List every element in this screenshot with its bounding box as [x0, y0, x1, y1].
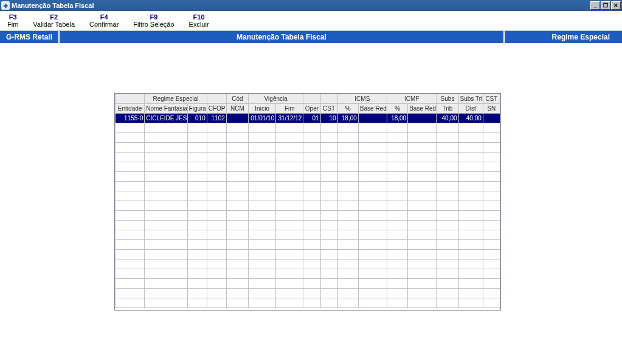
cell[interactable]: [226, 298, 248, 308]
table-row[interactable]: [116, 123, 500, 133]
cell[interactable]: [387, 153, 408, 162]
cell[interactable]: [358, 279, 387, 289]
cell[interactable]: [145, 230, 187, 240]
cell[interactable]: [483, 250, 500, 259]
cell[interactable]: 01/01/10: [249, 114, 276, 123]
cell[interactable]: [358, 221, 387, 230]
toolbar-button-f10[interactable]: F10Excluir: [182, 12, 216, 29]
cell[interactable]: [408, 221, 437, 230]
minimize-button[interactable]: _: [590, 1, 600, 10]
cell[interactable]: [358, 250, 387, 259]
cell[interactable]: [483, 143, 500, 153]
cell[interactable]: [437, 191, 458, 201]
cell[interactable]: [116, 259, 145, 269]
cell[interactable]: [116, 289, 145, 298]
cell[interactable]: [145, 201, 187, 211]
cell[interactable]: [187, 201, 207, 211]
column-header[interactable]: CST: [320, 104, 337, 114]
cell[interactable]: [387, 279, 408, 289]
cell[interactable]: [145, 259, 187, 269]
cell[interactable]: [276, 279, 303, 289]
cell[interactable]: 18,00: [387, 114, 408, 123]
cell[interactable]: [207, 211, 226, 221]
cell[interactable]: [249, 133, 276, 143]
cell[interactable]: [207, 143, 226, 153]
cell[interactable]: [187, 133, 207, 143]
cell[interactable]: [320, 201, 337, 211]
cell[interactable]: [276, 201, 303, 211]
cell[interactable]: [437, 201, 458, 211]
cell[interactable]: [358, 201, 387, 211]
cell[interactable]: [207, 269, 226, 279]
cell[interactable]: [207, 221, 226, 230]
cell[interactable]: [207, 162, 226, 172]
cell[interactable]: [207, 259, 226, 269]
table-row[interactable]: [116, 201, 500, 211]
cell[interactable]: [303, 133, 320, 143]
cell[interactable]: [483, 211, 500, 221]
cell[interactable]: [145, 143, 187, 153]
cell[interactable]: [483, 201, 500, 211]
cell[interactable]: [358, 182, 387, 191]
cell[interactable]: [226, 172, 248, 182]
cell[interactable]: [408, 162, 437, 172]
cell[interactable]: [437, 133, 458, 143]
column-header[interactable]: Base Red: [408, 104, 437, 114]
table-row[interactable]: [116, 298, 500, 308]
cell[interactable]: [320, 133, 337, 143]
cell[interactable]: [358, 162, 387, 172]
cell[interactable]: [387, 298, 408, 308]
cell[interactable]: [408, 182, 437, 191]
cell[interactable]: [276, 182, 303, 191]
cell[interactable]: [226, 289, 248, 298]
cell[interactable]: [207, 123, 226, 133]
column-header[interactable]: CFOP: [207, 104, 226, 114]
cell[interactable]: [303, 289, 320, 298]
cell[interactable]: [276, 289, 303, 298]
column-header[interactable]: Oper: [303, 104, 320, 114]
cell[interactable]: [207, 230, 226, 240]
cell[interactable]: [437, 240, 458, 250]
cell[interactable]: [483, 172, 500, 182]
cell[interactable]: [303, 172, 320, 182]
cell[interactable]: [145, 162, 187, 172]
cell[interactable]: [145, 240, 187, 250]
cell[interactable]: [249, 269, 276, 279]
cell[interactable]: [358, 143, 387, 153]
cell[interactable]: [226, 240, 248, 250]
cell[interactable]: [116, 250, 145, 259]
cell[interactable]: [458, 182, 483, 191]
cell[interactable]: [337, 182, 358, 191]
cell[interactable]: [249, 221, 276, 230]
cell[interactable]: [320, 279, 337, 289]
cell[interactable]: [303, 201, 320, 211]
cell[interactable]: [249, 298, 276, 308]
cell[interactable]: [276, 162, 303, 172]
cell[interactable]: [303, 162, 320, 172]
cell[interactable]: [458, 172, 483, 182]
cell[interactable]: [358, 123, 387, 133]
cell[interactable]: [226, 133, 248, 143]
cell[interactable]: [303, 211, 320, 221]
cell[interactable]: [387, 240, 408, 250]
table-row[interactable]: [116, 221, 500, 230]
cell[interactable]: [437, 211, 458, 221]
cell[interactable]: [320, 191, 337, 201]
cell[interactable]: [145, 279, 187, 289]
table-row[interactable]: [116, 133, 500, 143]
column-header[interactable]: Nome Fantasia: [145, 104, 187, 114]
table-row[interactable]: [116, 269, 500, 279]
cell[interactable]: [276, 221, 303, 230]
cell[interactable]: [337, 250, 358, 259]
cell[interactable]: [387, 250, 408, 259]
cell[interactable]: [320, 162, 337, 172]
cell[interactable]: [207, 279, 226, 289]
cell[interactable]: [408, 114, 437, 123]
cell[interactable]: [387, 259, 408, 269]
cell[interactable]: [187, 182, 207, 191]
restore-button[interactable]: ❐: [601, 1, 610, 10]
cell[interactable]: [276, 298, 303, 308]
cell[interactable]: [358, 240, 387, 250]
cell[interactable]: [145, 298, 187, 308]
cell[interactable]: [226, 250, 248, 259]
